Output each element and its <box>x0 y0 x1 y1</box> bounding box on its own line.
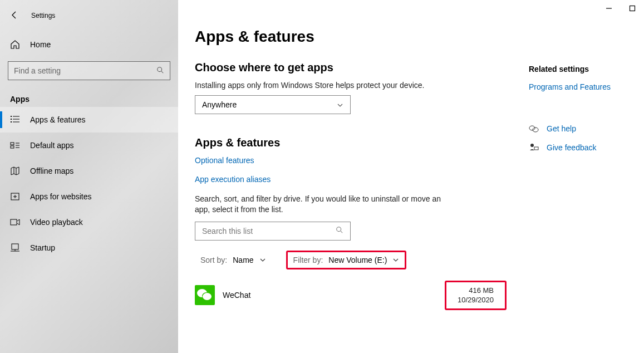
svg-rect-8 <box>11 143 14 145</box>
back-button[interactable] <box>10 11 20 21</box>
sidebar-item-label: Startup <box>30 243 55 252</box>
right-panel: Related settings Programs and Features G… <box>529 61 611 310</box>
main-content: Apps & features Choose where to get apps… <box>178 0 644 353</box>
home-icon <box>10 40 20 50</box>
sort-label: Sort by: <box>200 256 227 264</box>
svg-rect-17 <box>12 244 18 249</box>
app-meta-highlight: 416 MB 10/29/2020 <box>445 281 507 310</box>
sidebar-item-offline-maps[interactable]: Offline maps <box>0 158 178 184</box>
home-label: Home <box>30 40 51 49</box>
sidebar-item-label: Video playback <box>30 218 83 227</box>
svg-rect-21 <box>630 6 635 11</box>
filter-by-dropdown[interactable]: Filter by: New Volume (E:) <box>286 251 407 269</box>
app-source-select[interactable]: Anywhere <box>195 95 351 114</box>
default-apps-icon <box>10 140 20 150</box>
give-feedback-link[interactable]: Give feedback <box>529 143 611 153</box>
svg-point-26 <box>530 144 534 147</box>
sidebar-section-label: Apps <box>0 80 178 107</box>
feedback-icon <box>529 143 539 153</box>
home-nav[interactable]: Home <box>0 33 178 56</box>
svg-point-22 <box>337 227 341 232</box>
sidebar-item-label: Offline maps <box>30 166 73 175</box>
give-feedback-label: Give feedback <box>547 143 597 152</box>
app-source-value: Anywhere <box>202 100 237 109</box>
svg-rect-27 <box>534 147 538 150</box>
choose-desc: Installing apps only from Windows Store … <box>195 81 507 90</box>
sidebar-item-label: Default apps <box>30 141 74 150</box>
svg-rect-9 <box>11 146 14 148</box>
window-title: Settings <box>31 12 55 19</box>
help-icon <box>529 124 539 134</box>
apps-websites-icon <box>10 192 20 202</box>
app-size: 416 MB <box>458 286 494 296</box>
svg-rect-2 <box>11 116 12 117</box>
apps-features-icon <box>10 115 20 125</box>
sidebar-item-apps-features[interactable]: Apps & features <box>0 107 178 133</box>
svg-line-23 <box>341 231 343 233</box>
optional-features-link[interactable]: Optional features <box>195 156 507 165</box>
maximize-button[interactable] <box>628 4 636 12</box>
svg-point-25 <box>533 128 538 132</box>
app-date: 10/29/2020 <box>458 295 494 305</box>
startup-icon <box>10 243 20 253</box>
sidebar-search[interactable] <box>8 61 170 80</box>
sidebar-item-apps-for-websites[interactable]: Apps for websites <box>0 184 178 209</box>
svg-line-1 <box>161 71 164 73</box>
sidebar-item-video-playback[interactable]: Video playback <box>0 209 178 235</box>
svg-rect-3 <box>11 119 12 120</box>
sidebar-search-input[interactable] <box>14 66 156 75</box>
sidebar-item-startup[interactable]: Startup <box>0 235 178 261</box>
chevron-down-icon <box>259 257 266 263</box>
features-heading: Apps & features <box>195 136 507 149</box>
app-aliases-link[interactable]: App execution aliases <box>195 175 507 184</box>
search-icon <box>336 226 343 236</box>
svg-rect-16 <box>11 219 17 225</box>
filter-value: New Volume (E:) <box>328 256 387 264</box>
features-desc: Search, sort, and filter by drive. If yo… <box>195 194 445 215</box>
sidebar-item-default-apps[interactable]: Default apps <box>0 133 178 158</box>
sort-by-dropdown[interactable]: Sort by: Name <box>195 252 272 268</box>
related-settings-heading: Related settings <box>529 65 611 73</box>
svg-rect-4 <box>11 121 12 122</box>
sidebar-item-label: Apps & features <box>30 115 86 124</box>
svg-point-24 <box>529 126 535 130</box>
video-playback-icon <box>10 217 20 227</box>
sort-value: Name <box>233 256 253 264</box>
app-name: WeChat <box>223 291 250 300</box>
get-help-label: Get help <box>547 124 576 133</box>
svg-point-0 <box>158 67 162 71</box>
app-list-search-input[interactable] <box>202 227 336 236</box>
wechat-icon <box>195 285 215 305</box>
programs-features-link[interactable]: Programs and Features <box>529 82 611 91</box>
get-help-link[interactable]: Get help <box>529 124 611 134</box>
chevron-down-icon <box>392 257 399 263</box>
app-list-search[interactable] <box>195 222 351 241</box>
app-row[interactable]: WeChat 416 MB 10/29/2020 <box>195 281 507 310</box>
sidebar-item-label: Apps for websites <box>30 192 92 201</box>
page-title: Apps & features <box>195 28 627 46</box>
search-icon <box>156 66 164 76</box>
chevron-down-icon <box>337 101 343 108</box>
filter-label: Filter by: <box>293 256 323 264</box>
choose-heading: Choose where to get apps <box>195 61 507 74</box>
offline-maps-icon <box>10 166 20 176</box>
minimize-button[interactable] <box>605 4 613 12</box>
sidebar: Settings Home Apps Apps & features Defau… <box>0 0 178 353</box>
